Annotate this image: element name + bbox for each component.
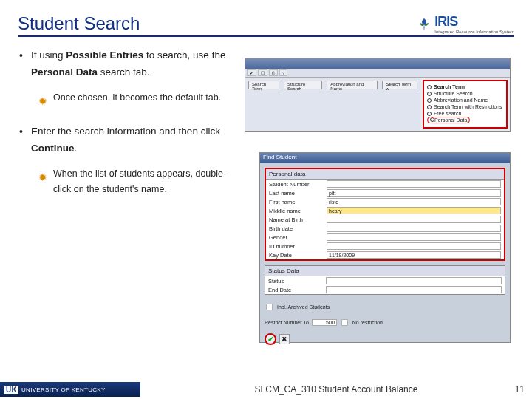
status-data-panel: Status Data Status End Date xyxy=(265,265,505,295)
slide-footer: UK UNIVERSITY OF KENTUCKY SLCM_CA_310 St… xyxy=(0,380,532,399)
star-icon: ✹ xyxy=(38,93,47,111)
page-title: Student Search xyxy=(18,13,140,34)
screenshot-search-tabs: ✔☐⎙? Search Term Structure Search Abbrev… xyxy=(245,58,511,132)
cancel-button: ✖ xyxy=(279,334,290,344)
personal-data-option: Personal Data xyxy=(427,117,470,123)
norestrict-checkbox xyxy=(341,319,348,326)
tab: Structure Search xyxy=(284,81,322,89)
iris-flower-icon xyxy=(417,17,432,32)
footer-course: SLCM_CA_310 Student Account Balance xyxy=(140,384,532,395)
screenshot-find-student: Find Student Personal data Student Numbe… xyxy=(259,152,511,343)
search-options-panel: Search Term Structure Search Abbreviatio… xyxy=(423,80,508,129)
window-title: Find Student xyxy=(260,153,510,163)
iris-logo: IRIS Integrated Resource Information Sys… xyxy=(417,14,514,34)
tab: Abbreviation and Name xyxy=(327,81,378,89)
uk-logo: UK UNIVERSITY OF KENTUCKY xyxy=(0,382,140,397)
continue-button: ✔ xyxy=(265,333,276,345)
page-number: 11 xyxy=(515,384,525,395)
bullet-2-sub: ✹ When the list of students appears, dou… xyxy=(38,166,236,198)
bullet-1-sub: ✹ Once chosen, it becomes the default ta… xyxy=(38,90,236,106)
logo-text: IRIS xyxy=(434,14,514,30)
bullet-2: Enter the search information and then cl… xyxy=(18,123,236,197)
slide-header: Student Search IRIS Integrated Resource … xyxy=(18,13,514,37)
tab: Search Term w xyxy=(382,81,417,89)
logo-subtext: Integrated Resource Information System xyxy=(434,30,514,34)
personal-data-panel: Personal data Student Number Last namepi… xyxy=(265,168,505,261)
tab: Search Term xyxy=(248,81,279,89)
text-column: If using Possible Entries to search, use… xyxy=(18,47,236,216)
bullet-1: If using Possible Entries to search, use… xyxy=(18,47,236,106)
archived-checkbox xyxy=(266,304,273,310)
star-icon: ✹ xyxy=(38,169,47,187)
